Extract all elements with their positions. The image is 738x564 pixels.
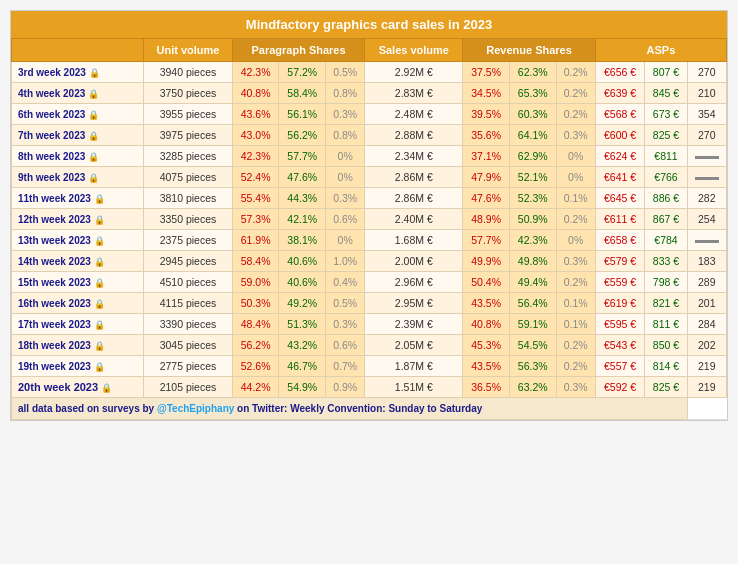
para-share: 0.8% (326, 83, 365, 104)
table-row: 4th week 2023 🔒3750 pieces40.8%58.4%0.8%… (12, 83, 727, 104)
para-share: 61.9% (232, 230, 279, 251)
rev-share: 52.3% (509, 188, 556, 209)
para-share: 38.1% (279, 230, 326, 251)
para-share: 51.3% (279, 314, 326, 335)
rev-share: 40.8% (463, 314, 510, 335)
para-share: 56.2% (232, 335, 279, 356)
asp-3: 219 (687, 377, 726, 398)
sales-volume: 2.40M € (365, 209, 463, 230)
rev-share: 0.3% (556, 125, 595, 146)
para-share: 57.7% (279, 146, 326, 167)
para-share: 54.9% (279, 377, 326, 398)
para-share: 1.0% (326, 251, 365, 272)
week-label: 17th week 2023 🔒 (12, 314, 144, 335)
para-share: 48.4% (232, 314, 279, 335)
asp-3: 202 (687, 335, 726, 356)
rev-share: 50.9% (509, 209, 556, 230)
sales-volume: 2.95M € (365, 293, 463, 314)
table-row: 14th week 2023 🔒2945 pieces58.4%40.6%1.0… (12, 251, 727, 272)
asp-2: 798 € (645, 272, 687, 293)
asp-2: €784 (645, 230, 687, 251)
para-share: 0.3% (326, 188, 365, 209)
asp-3: 282 (687, 188, 726, 209)
week-label: 13th week 2023 🔒 (12, 230, 144, 251)
rev-share: 0.1% (556, 188, 595, 209)
asp-3 (687, 230, 726, 251)
para-share: 0.3% (326, 104, 365, 125)
asp-3: 201 (687, 293, 726, 314)
asp-1: €641 € (595, 167, 645, 188)
unit-volume: 3390 pieces (144, 314, 233, 335)
rev-share: 48.9% (463, 209, 510, 230)
rev-share: 0.2% (556, 83, 595, 104)
rev-share: 0% (556, 230, 595, 251)
table-row: 11th week 2023 🔒3810 pieces55.4%44.3%0.3… (12, 188, 727, 209)
para-share: 49.2% (279, 293, 326, 314)
footer-row: all data based on surveys by @TechEpipha… (12, 398, 727, 420)
para-share: 0.8% (326, 125, 365, 146)
rev-share: 62.3% (509, 62, 556, 83)
unit-volume: 2105 pieces (144, 377, 233, 398)
table-row: 20th week 2023 🔒2105 pieces44.2%54.9%0.9… (12, 377, 727, 398)
week-label: 14th week 2023 🔒 (12, 251, 144, 272)
table-row: 16th week 2023 🔒4115 pieces50.3%49.2%0.5… (12, 293, 727, 314)
asp-1: €557 € (595, 356, 645, 377)
asp-1: €639 € (595, 83, 645, 104)
rev-share: 0.3% (556, 251, 595, 272)
rev-share: 49.8% (509, 251, 556, 272)
rev-share: 37.5% (463, 62, 510, 83)
sales-volume: 2.39M € (365, 314, 463, 335)
asp-3: 254 (687, 209, 726, 230)
unit-volume: 2775 pieces (144, 356, 233, 377)
rev-share: 35.6% (463, 125, 510, 146)
unit-volume: 3045 pieces (144, 335, 233, 356)
unit-volume: 2945 pieces (144, 251, 233, 272)
asp-2: 833 € (645, 251, 687, 272)
week-label: 16th week 2023 🔒 (12, 293, 144, 314)
rev-share: 62.9% (509, 146, 556, 167)
asp-3 (687, 167, 726, 188)
sales-volume: 1.68M € (365, 230, 463, 251)
dash-icon (695, 156, 719, 159)
asp-1: €568 € (595, 104, 645, 125)
rev-share: 47.9% (463, 167, 510, 188)
asp-2: 850 € (645, 335, 687, 356)
sales-volume: 2.83M € (365, 83, 463, 104)
table-row: 7th week 2023 🔒3975 pieces43.0%56.2%0.8%… (12, 125, 727, 146)
para-share: 0.6% (326, 335, 365, 356)
data-table: Unit volume Paragraph Shares Sales volum… (11, 38, 727, 420)
para-share: 43.2% (279, 335, 326, 356)
rev-share: 43.5% (463, 356, 510, 377)
table-row: 8th week 2023 🔒3285 pieces42.3%57.7%0%2.… (12, 146, 727, 167)
asp-2: 673 € (645, 104, 687, 125)
week-label: 20th week 2023 🔒 (12, 377, 144, 398)
asp-1: €611 € (595, 209, 645, 230)
table-row: 19th week 2023 🔒2775 pieces52.6%46.7%0.7… (12, 356, 727, 377)
para-share: 0% (326, 167, 365, 188)
week-label: 19th week 2023 🔒 (12, 356, 144, 377)
week-label: 8th week 2023 🔒 (12, 146, 144, 167)
para-share: 0.5% (326, 293, 365, 314)
asp-3: 183 (687, 251, 726, 272)
rev-share: 39.5% (463, 104, 510, 125)
rev-share: 0.1% (556, 314, 595, 335)
rev-share: 56.3% (509, 356, 556, 377)
asp-1: €619 € (595, 293, 645, 314)
twitter-handle[interactable]: @TechEpiphany (157, 403, 234, 414)
para-share: 50.3% (232, 293, 279, 314)
para-share: 0.6% (326, 209, 365, 230)
asp-2: 825 € (645, 377, 687, 398)
asp-3: 219 (687, 356, 726, 377)
sales-volume: 1.51M € (365, 377, 463, 398)
asp-1: €592 € (595, 377, 645, 398)
unit-volume: 3940 pieces (144, 62, 233, 83)
para-share: 42.3% (232, 146, 279, 167)
para-share: 0.9% (326, 377, 365, 398)
para-share: 43.6% (232, 104, 279, 125)
col-header-asps: ASPs (595, 39, 726, 62)
rev-share: 0.3% (556, 377, 595, 398)
asp-1: €624 € (595, 146, 645, 167)
sales-volume: 2.96M € (365, 272, 463, 293)
rev-share: 36.5% (463, 377, 510, 398)
table-row: 17th week 2023 🔒3390 pieces48.4%51.3%0.3… (12, 314, 727, 335)
